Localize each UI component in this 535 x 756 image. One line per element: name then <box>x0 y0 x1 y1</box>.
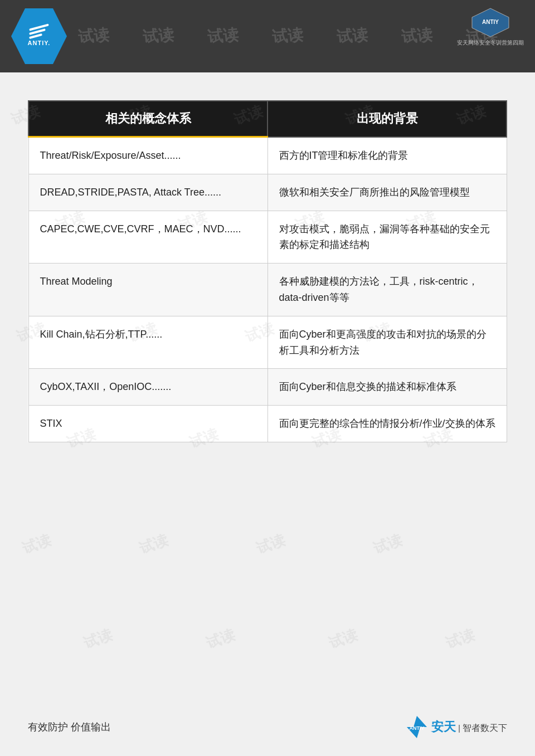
header-wm-5: 试读 <box>335 25 368 48</box>
table-header-row: 相关的概念体系 出现的背景 <box>28 101 507 137</box>
logo-text: ANTIY. <box>28 40 51 46</box>
header: ANTIY. 试读 试读 试读 试读 试读 试读 试读 ANTIY 安天网络安全… <box>0 0 535 72</box>
footer-logo-sub: | <box>458 724 460 733</box>
header-wm-2: 试读 <box>142 25 174 48</box>
table-cell-right: 面向Cyber和更高强度的攻击和对抗的场景的分析工具和分析方法 <box>268 316 507 369</box>
footer-logo-labels: 安天 | 智者数天下 <box>431 719 507 735</box>
table-row: CAPEC,CWE,CVE,CVRF，MAEC，NVD...... 对攻击模式，… <box>28 211 507 264</box>
svg-text:ANTIY: ANTIY <box>410 725 425 731</box>
header-right: ANTIY 安天网络安全冬训营第四期 <box>457 6 524 47</box>
table-cell-right: 微软和相关安全厂商所推出的风险管理模型 <box>268 174 507 211</box>
footer: 有效防护 价值输出 ANTIY 安天 | 智者数天下 <box>0 715 535 739</box>
body-wm-25: 试读 <box>444 625 478 653</box>
table-cell-right: 各种威胁建模的方法论，工具，risk-centric，data-driven等等 <box>268 264 507 316</box>
table-row: Threat Modeling 各种威胁建模的方法论，工具，risk-centr… <box>28 264 507 316</box>
header-wm-3: 试读 <box>206 25 239 48</box>
table-cell-left: Threat/Risk/Exposure/Asset...... <box>28 137 268 174</box>
footer-logo-subtitle: 智者数天下 <box>463 723 507 734</box>
table-cell-left: DREAD,STRIDE,PASTA, Attack Tree...... <box>28 174 268 211</box>
table-row: CybOX,TAXII，OpenIOC....... 面向Cyber和信息交换的… <box>28 369 507 406</box>
footer-logo: ANTIY 安天 | 智者数天下 <box>405 715 507 739</box>
table-cell-left: CybOX,TAXII，OpenIOC....... <box>28 369 268 406</box>
table-row: STIX 面向更完整的综合性的情报分析/作业/交换的体系 <box>28 406 507 442</box>
footer-tagline: 有效防护 价值输出 <box>28 720 111 734</box>
table-row: Threat/Risk/Exposure/Asset...... 西方的IT管理… <box>28 137 507 174</box>
table-cell-right: 面向更完整的综合性的情报分析/作业/交换的体系 <box>268 406 507 442</box>
table-cell-left: CAPEC,CWE,CVE,CVRF，MAEC，NVD...... <box>28 211 268 264</box>
body-wm-19: 试读 <box>137 530 171 559</box>
header-wm-1: 试读 <box>77 25 110 48</box>
body-wm-24: 试读 <box>327 625 361 653</box>
body-wm-20: 试读 <box>254 530 288 559</box>
col2-header: 出现的背景 <box>268 101 507 137</box>
svg-text:ANTIY: ANTIY <box>482 19 499 25</box>
body-wm-22: 试读 <box>81 625 115 653</box>
table-body: Threat/Risk/Exposure/Asset...... 西方的IT管理… <box>28 137 507 442</box>
logo: ANTIY. <box>11 8 67 64</box>
header-brand-text: 安天网络安全冬训营第四期 <box>457 39 524 47</box>
table-cell-right: 对攻击模式，脆弱点，漏洞等各种基础的安全元素的标定和描述结构 <box>268 211 507 264</box>
table-cell-right: 西方的IT管理和标准化的背景 <box>268 137 507 174</box>
header-wm-4: 试读 <box>271 25 304 48</box>
table-cell-left: Kill Chain,钻石分析,TTP...... <box>28 316 268 369</box>
body-wm-23: 试读 <box>204 625 238 653</box>
logo-lines <box>29 26 49 37</box>
brand-logo: ANTIY <box>468 6 513 39</box>
data-table: 相关的概念体系 出现的背景 Threat/Risk/Exposure/Asset… <box>28 100 507 442</box>
header-wm-6: 试读 <box>400 25 433 48</box>
footer-logo-icon: ANTIY <box>405 715 429 739</box>
table-row: Kill Chain,钻石分析,TTP...... 面向Cyber和更高强度的攻… <box>28 316 507 369</box>
table-cell-right: 面向Cyber和信息交换的描述和标准体系 <box>268 369 507 406</box>
body-wm-21: 试读 <box>371 530 405 559</box>
body-wm-18: 试读 <box>20 530 54 559</box>
table-cell-left: Threat Modeling <box>28 264 268 316</box>
table-row: DREAD,STRIDE,PASTA, Attack Tree...... 微软… <box>28 174 507 211</box>
table-cell-left: STIX <box>28 406 268 442</box>
footer-logo-main: 安天 <box>431 719 456 735</box>
main-content: 相关的概念体系 出现的背景 Threat/Risk/Exposure/Asset… <box>0 72 535 465</box>
col1-header: 相关的概念体系 <box>28 101 268 137</box>
